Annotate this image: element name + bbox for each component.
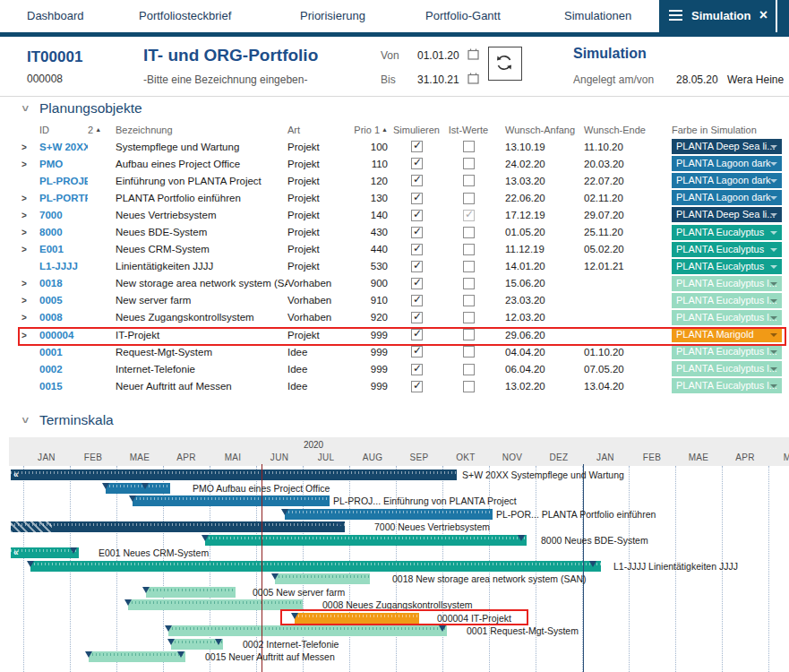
row-id-link[interactable]: 0001 bbox=[39, 347, 63, 358]
simulieren-checkbox[interactable]: ✓ bbox=[411, 278, 423, 289]
row-id-link[interactable]: 0018 bbox=[39, 278, 63, 289]
ist-werte-checkbox[interactable] bbox=[463, 158, 475, 169]
row-id-link[interactable]: PMO bbox=[39, 159, 63, 169]
row-id-link[interactable]: 7000 bbox=[39, 210, 63, 220]
ist-werte-checkbox[interactable] bbox=[463, 278, 475, 289]
ist-werte-checkbox[interactable] bbox=[463, 312, 475, 323]
col-id-sort[interactable]: 2▲ bbox=[88, 125, 111, 135]
col-simulieren[interactable]: Simulieren bbox=[388, 125, 445, 135]
close-icon[interactable]: × bbox=[759, 7, 768, 23]
gantt-bar-e001[interactable]: « bbox=[11, 547, 79, 558]
farbe-dropdown[interactable]: PLANTA Eucalyptus l... bbox=[672, 293, 782, 308]
ist-werte-checkbox[interactable] bbox=[463, 295, 475, 306]
nav-item-priorisierung[interactable]: Priorisierung bbox=[300, 9, 365, 22]
farbe-dropdown[interactable]: PLANTA Eucalyptus bbox=[672, 225, 782, 240]
farbe-dropdown[interactable]: PLANTA Eucalyptus bbox=[672, 259, 782, 274]
simulieren-checkbox[interactable]: ✓ bbox=[411, 158, 423, 169]
expand-chevron-icon[interactable]: > bbox=[21, 313, 27, 323]
farbe-dropdown[interactable]: PLANTA Eucalyptus l... bbox=[672, 361, 782, 376]
simulieren-checkbox[interactable]: ✓ bbox=[411, 210, 423, 221]
simulieren-checkbox[interactable]: ✓ bbox=[411, 227, 423, 238]
simulieren-checkbox[interactable]: ✓ bbox=[411, 346, 423, 358]
farbe-dropdown[interactable]: PLANTA Eucalyptus l... bbox=[672, 310, 782, 325]
ist-werte-checkbox[interactable] bbox=[463, 381, 475, 392]
farbe-dropdown[interactable]: PLANTA Lagoon dark bbox=[672, 156, 782, 171]
expand-chevron-icon[interactable]: > bbox=[21, 159, 27, 169]
expand-chevron-icon[interactable]: > bbox=[21, 279, 27, 289]
row-id-link[interactable]: L1-JJJJ bbox=[39, 261, 78, 271]
row-id-link[interactable]: 0008 bbox=[39, 312, 63, 323]
ist-werte-checkbox[interactable] bbox=[463, 193, 475, 204]
farbe-dropdown[interactable]: PLANTA Eucalyptus bbox=[672, 242, 782, 257]
col-wunsch-anfang[interactable]: Wunsch-Anfang bbox=[492, 125, 581, 135]
gantt-bar-0005[interactable] bbox=[146, 587, 236, 598]
table-row-l1-jjjj[interactable]: L1-JJJJLinientätigkeiten JJJJProjekt530✓… bbox=[0, 258, 789, 275]
portfolio-subtitle[interactable]: -Bitte eine Bezeichnung eingeben- bbox=[143, 73, 307, 86]
row-id-link[interactable]: PL-PROJECT bbox=[39, 176, 88, 186]
gantt-bar-0008[interactable] bbox=[128, 599, 303, 610]
simulieren-checkbox[interactable]: ✓ bbox=[411, 261, 423, 272]
farbe-dropdown[interactable]: PLANTA Eucalyptus l... bbox=[672, 344, 782, 359]
gantt-bar-7000[interactable] bbox=[11, 521, 345, 532]
expand-chevron-icon[interactable]: > bbox=[21, 211, 27, 220]
table-row-0008[interactable]: >0008Neues ZugangskontrollsystemVorhaben… bbox=[0, 309, 789, 326]
ist-werte-checkbox[interactable] bbox=[463, 346, 475, 358]
table-row-0002[interactable]: 0002Internet-TelefonieIdee999✓06.04.2007… bbox=[0, 360, 789, 377]
table-row-7000[interactable]: >7000Neues VertriebsystemProjekt140✓✓17.… bbox=[0, 206, 789, 223]
gantt-bar-pmo[interactable] bbox=[106, 483, 170, 494]
col-wunsch-ende[interactable]: Wunsch-Ende bbox=[581, 125, 670, 135]
row-id-link[interactable]: 0005 bbox=[39, 295, 63, 306]
simulieren-checkbox[interactable]: ✓ bbox=[411, 312, 423, 323]
nav-item-simulationen[interactable]: Simulationen bbox=[564, 9, 631, 22]
table-row-pl-project[interactable]: PL-PROJECTEinführung von PLANTA ProjectP… bbox=[0, 172, 789, 189]
gantt-bar-8000[interactable] bbox=[205, 535, 527, 546]
table-row-8000[interactable]: >8000Neues BDE-SystemProjekt430✓01.05.20… bbox=[0, 223, 789, 240]
table-row-0018[interactable]: >0018New storage area network system (SA… bbox=[0, 275, 789, 292]
row-id-link[interactable]: 8000 bbox=[39, 227, 63, 237]
gantt-bar-pl-proj[interactable] bbox=[133, 495, 330, 506]
farbe-dropdown[interactable]: PLANTA Deep Sea li... bbox=[672, 139, 782, 154]
refresh-button[interactable] bbox=[488, 47, 522, 81]
col-art[interactable]: Art bbox=[287, 125, 352, 135]
table-row-s-w-20xx[interactable]: >S+W 20XXSystempflege und WartungProjekt… bbox=[0, 138, 789, 155]
row-id-link[interactable]: PL-PORTFO... bbox=[39, 193, 88, 203]
expand-chevron-icon[interactable]: > bbox=[21, 228, 27, 237]
table-row-pmo[interactable]: >PMOAufbau eines Project OfficeProjekt11… bbox=[0, 155, 789, 172]
farbe-dropdown[interactable]: PLANTA Eucalyptus l... bbox=[672, 276, 782, 291]
table-row-0005[interactable]: >0005New server farmVorhaben910✓23.03.20… bbox=[0, 292, 789, 309]
row-id-link[interactable]: E001 bbox=[39, 244, 64, 254]
calendar-icon[interactable] bbox=[467, 48, 479, 60]
farbe-dropdown[interactable]: PLANTA Eucalyptus l... bbox=[672, 378, 782, 393]
simulieren-checkbox[interactable]: ✓ bbox=[411, 364, 423, 375]
expand-chevron-icon[interactable]: > bbox=[21, 296, 27, 306]
nav-item-portfoliosteckbrief[interactable]: Portfoliosteckbrief bbox=[139, 9, 231, 22]
farbe-dropdown[interactable]: PLANTA Lagoon dark bbox=[672, 190, 782, 205]
simulieren-checkbox[interactable]: ✓ bbox=[411, 295, 423, 306]
ist-werte-checkbox[interactable] bbox=[463, 364, 475, 375]
farbe-dropdown[interactable]: PLANTA Deep Sea li... bbox=[672, 207, 782, 222]
simulieren-checkbox[interactable]: ✓ bbox=[411, 175, 423, 186]
menu-icon[interactable] bbox=[669, 10, 682, 22]
simulieren-checkbox[interactable]: ✓ bbox=[411, 193, 423, 204]
expand-chevron-icon[interactable]: > bbox=[21, 142, 27, 152]
gantt-bar-s-w[interactable]: « bbox=[11, 470, 457, 480]
ist-werte-checkbox[interactable] bbox=[463, 141, 475, 152]
simulieren-checkbox[interactable]: ✓ bbox=[411, 141, 423, 152]
ist-werte-checkbox[interactable] bbox=[463, 244, 475, 255]
ist-werte-checkbox[interactable] bbox=[463, 175, 475, 186]
von-date-field[interactable]: 01.01.20 bbox=[417, 49, 459, 62]
col-bezeichnung[interactable]: Bezeichnung bbox=[111, 125, 287, 135]
calendar-icon[interactable] bbox=[467, 73, 479, 84]
col-prio[interactable]: Prio 1▲ bbox=[352, 125, 388, 135]
collapse-chevron-icon[interactable]: > bbox=[19, 417, 31, 423]
simulieren-checkbox[interactable]: ✓ bbox=[411, 381, 423, 392]
tab-simulation-active[interactable]: Simulation × bbox=[659, 0, 776, 32]
table-row-0015[interactable]: 0015Neuer Auftritt auf MessenIdee999✓13.… bbox=[0, 377, 789, 394]
simulieren-checkbox[interactable]: ✓ bbox=[411, 244, 423, 255]
row-id-link[interactable]: 0002 bbox=[39, 364, 63, 375]
ist-werte-checkbox[interactable] bbox=[463, 261, 475, 272]
bis-date-field[interactable]: 31.10.21 bbox=[417, 73, 459, 86]
collapse-chevron-icon[interactable]: > bbox=[19, 105, 31, 111]
gantt-bar-0018[interactable] bbox=[275, 573, 370, 584]
expand-chevron-icon[interactable]: > bbox=[21, 245, 27, 254]
